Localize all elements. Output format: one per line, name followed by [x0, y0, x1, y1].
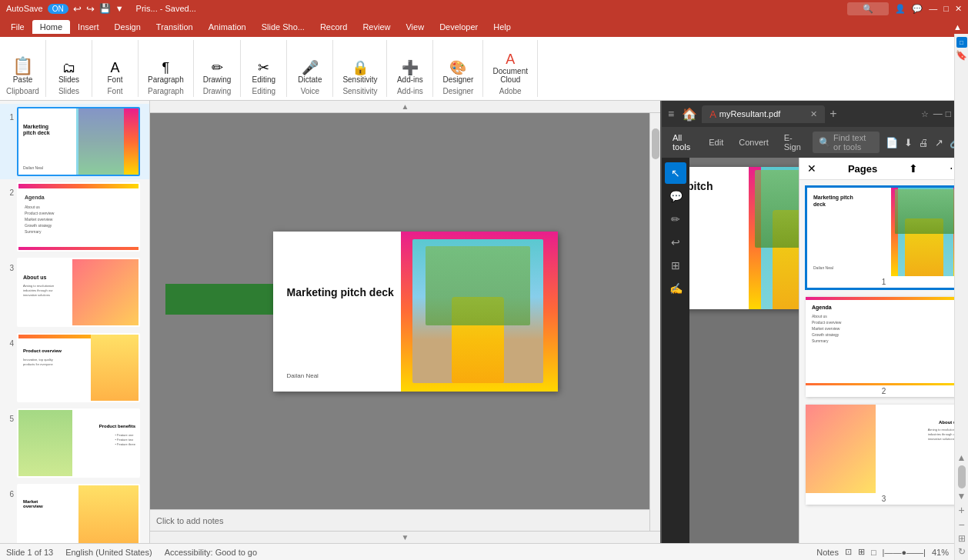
pdf-page-thumb-3[interactable]: About us Aiming to revolutionizeindustri…	[806, 405, 962, 505]
comments-btn[interactable]: 💬	[912, 4, 923, 14]
paragraph-icon: ¶	[162, 61, 170, 75]
ribbon-group-slides: 🗂 Slides Slides	[46, 40, 92, 97]
convert-btn[interactable]: Convert	[734, 135, 773, 149]
crop-btn[interactable]: ⊞	[665, 255, 686, 276]
reading-view-btn[interactable]: □	[871, 548, 876, 557]
addins-btn[interactable]: ➕ Add-ins	[394, 59, 426, 85]
nav-back-btn[interactable]: ≡	[668, 108, 674, 120]
autosave-toggle[interactable]: ON	[48, 4, 68, 14]
sidebar-scroll-1[interactable]: ▲	[957, 452, 966, 463]
paragraph-btn[interactable]: ¶ Paragraph	[145, 59, 187, 85]
pdf-page-thumb-1[interactable]: Marketing pitchdeck Dailan Neal	[806, 186, 962, 289]
slide-thumb-1[interactable]: 1 Marketingpitch deck Dailan Neal	[0, 104, 149, 179]
tab-transition[interactable]: Transition	[149, 20, 201, 34]
add-notes-label: Click to add notes	[156, 516, 223, 525]
new-slide-btn[interactable]: 🗂 Slides	[54, 59, 85, 85]
pdf-tool-btn-4[interactable]: ↗	[935, 137, 943, 148]
pdf-search-box[interactable]: 🔍 Find text or tools	[813, 132, 880, 153]
sidebar-scroll-2[interactable]: ▼	[957, 491, 966, 502]
scroll-thumb[interactable]	[652, 128, 659, 159]
pdf-tool-btn-1[interactable]: 📄	[886, 137, 898, 148]
tab-animation[interactable]: Animation	[201, 20, 254, 34]
sensitivity-btn[interactable]: 🔒 Sensitivity	[339, 59, 380, 85]
all-tools-btn[interactable]: All tools	[668, 131, 698, 154]
pages-panel-actions[interactable]: ⬆	[909, 162, 918, 175]
tab-file[interactable]: File	[3, 20, 32, 34]
ribbon-group-clipboard: 📋 Paste Clipboard	[0, 40, 46, 97]
slide-thumb-2[interactable]: 2 Agenda About usProduct overviewMarket …	[0, 179, 149, 255]
close-btn[interactable]: ✕	[955, 4, 962, 14]
slide-thumb-3[interactable]: 3 About us Aiming to revolutionizeindust…	[0, 255, 149, 330]
sidebar-zoom-btn[interactable]: +	[958, 504, 964, 516]
pdf-slides-view[interactable]: Marketing pitchdeck Dailan Neal	[689, 158, 799, 543]
customize-btn[interactable]: ▼	[115, 4, 124, 13]
edit-btn[interactable]: Edit	[704, 135, 728, 149]
pdf-tool-btn-2[interactable]: ⬇	[904, 137, 913, 148]
pdf-content: ↖ 💬 ✏ ↩ ⊞ ✍ Marketing pitchdeck Dailan N…	[662, 158, 968, 543]
maximize-btn[interactable]: □	[943, 4, 949, 13]
acrobat-minimize[interactable]: —	[933, 108, 943, 119]
pdf-page-thumb-2[interactable]: Agenda About usProduct overviewMarket ov…	[806, 297, 962, 397]
draw-btn[interactable]: ✏	[665, 208, 686, 230]
slide-thumb-4[interactable]: 4 Product overview Innovative, top quali…	[0, 330, 149, 405]
acrobat-maximize[interactable]: □	[946, 108, 951, 119]
outline-view-btn[interactable]: ⊞	[858, 547, 865, 557]
search-box[interactable]: 🔍	[847, 2, 889, 15]
zoom-slider[interactable]: |——●——|	[883, 548, 926, 557]
undo-btn[interactable]: ↩	[73, 3, 82, 15]
sign-btn[interactable]: ✍	[665, 278, 686, 299]
status-bar: Slide 1 of 13 English (United States) Ac…	[0, 543, 968, 560]
pdf-browser-tab[interactable]: A myResultant.pdf ✕	[702, 105, 825, 123]
main-area: 1 Marketingpitch deck Dailan Neal 2 Agen…	[0, 101, 968, 543]
scroll-up-btn[interactable]: ▲	[150, 101, 660, 113]
close-pages-btn[interactable]: ✕	[807, 162, 816, 175]
dictate-btn[interactable]: 🎤 Dictate	[295, 59, 325, 85]
tab-design[interactable]: Design	[107, 20, 149, 34]
minimize-btn[interactable]: —	[929, 4, 937, 13]
redo-btn[interactable]: ↪	[86, 3, 95, 15]
pages-panel-scroll[interactable]: Marketing pitchdeck Dailan Neal	[799, 180, 968, 543]
canvas-vscroll[interactable]	[649, 113, 660, 531]
slide-thumb-5[interactable]: 5 Product benefits • Feature one• Featur…	[0, 405, 149, 481]
tab-help[interactable]: Help	[486, 20, 519, 34]
close-tab-btn[interactable]: ✕	[810, 109, 817, 119]
star-btn[interactable]: ☆	[921, 109, 929, 119]
save-btn[interactable]: 💾	[99, 3, 111, 14]
sidebar-scroll-thumb[interactable]	[958, 465, 966, 488]
tab-record[interactable]: Record	[312, 20, 355, 34]
editing-btn[interactable]: ✂ Editing	[249, 59, 279, 85]
font-btn[interactable]: A Font	[100, 59, 131, 85]
drawing-btn[interactable]: ✏ Drawing	[200, 59, 235, 85]
slide-num-2: 2	[5, 188, 14, 197]
slide-panel[interactable]: 1 Marketingpitch deck Dailan Neal 2 Agen…	[0, 101, 150, 543]
main-slide-author: Dailan Neal	[287, 372, 319, 379]
collapse-ribbon-btn[interactable]: ▲	[947, 21, 968, 33]
tab-home[interactable]: Home	[32, 20, 70, 34]
scroll-down-btn[interactable]: ▼	[150, 531, 660, 543]
undo-icon[interactable]: ↩	[665, 232, 686, 253]
sidebar-fit-btn[interactable]: ⊞	[958, 533, 966, 543]
ribbon-group-addins: ➕ Add-ins Add-ins	[387, 40, 433, 97]
notes-btn[interactable]: Notes	[816, 548, 839, 557]
tab-view[interactable]: View	[398, 20, 432, 34]
tab-slideshow[interactable]: Slide Sho...	[254, 20, 312, 34]
pages-panel-title: Pages	[848, 163, 877, 175]
slide-num-4: 4	[5, 339, 14, 348]
tab-developer[interactable]: Developer	[432, 20, 486, 34]
annotation-btn[interactable]: 💬	[665, 185, 686, 207]
select-tool-btn[interactable]: ↖	[665, 162, 686, 184]
home-btn[interactable]: 🏠	[682, 107, 697, 122]
designer-btn[interactable]: 🎨 Designer	[439, 59, 476, 85]
canvas-bottom[interactable]: Click to add notes	[150, 509, 649, 531]
slide-thumb-6[interactable]: 6 Marketoverview	[0, 481, 149, 543]
sidebar-minus-btn[interactable]: −	[958, 518, 964, 531]
paste-btn[interactable]: 📋 Paste	[8, 56, 38, 85]
new-tab-btn[interactable]: +	[829, 107, 836, 121]
tab-review[interactable]: Review	[355, 20, 398, 34]
tab-insert[interactable]: Insert	[70, 20, 107, 34]
esign-btn[interactable]: E-Sign	[779, 131, 806, 154]
share-btn[interactable]: 👤	[895, 4, 906, 14]
normal-view-btn[interactable]: ⊡	[845, 547, 852, 557]
adobe-btn[interactable]: A DocumentCloud	[489, 51, 531, 85]
pdf-tool-btn-3[interactable]: 🖨	[919, 137, 929, 148]
